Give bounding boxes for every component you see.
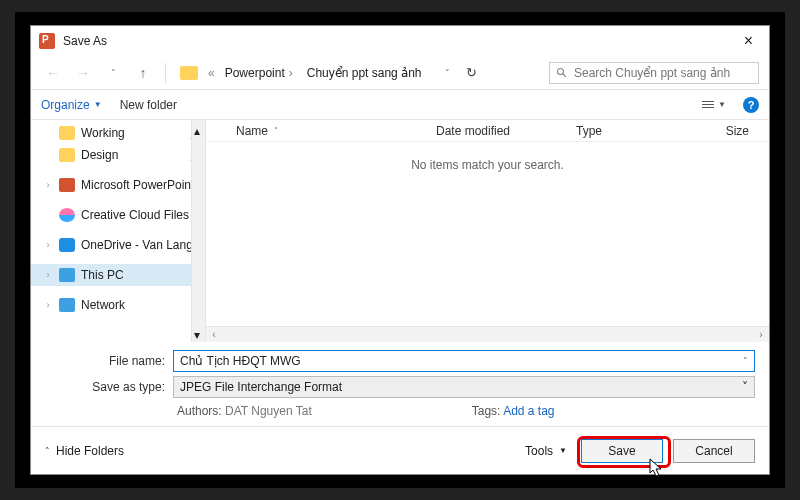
- tree-label: OneDrive - Van Lang: [81, 238, 193, 252]
- tree-label: Design: [81, 148, 118, 162]
- tags-label: Tags:: [472, 404, 501, 418]
- up-button[interactable]: ↑: [131, 65, 155, 81]
- folder-icon: [180, 66, 198, 80]
- savetype-label: Save as type:: [45, 380, 165, 394]
- breadcrumb-item[interactable]: Chuyển ppt sang ảnh: [303, 64, 426, 82]
- save-form: File name: Chủ Tịch HĐQT MWG ˅ Save as t…: [31, 342, 769, 426]
- breadcrumb-item[interactable]: Powerpoint›: [221, 64, 297, 82]
- folder-icon: [59, 126, 75, 140]
- filename-input[interactable]: Chủ Tịch HĐQT MWG ˅: [173, 350, 755, 372]
- network-icon: [59, 298, 75, 312]
- tree-label: Working: [81, 126, 125, 140]
- col-date[interactable]: Date modified: [436, 124, 576, 138]
- tools-menu[interactable]: Tools▼: [525, 444, 567, 458]
- sidebar-scrollbar[interactable]: ▴▾: [191, 120, 205, 342]
- tree-label: Creative Cloud Files: [81, 208, 189, 222]
- tags-value[interactable]: Add a tag: [503, 404, 554, 418]
- filename-label: File name:: [45, 354, 165, 368]
- recent-dropdown[interactable]: ˅: [101, 68, 125, 78]
- toolbar: Organize▼ New folder ▼ ?: [31, 90, 769, 120]
- crumb-sep-icon: «: [208, 66, 215, 80]
- tree-label: This PC: [81, 268, 124, 282]
- titlebar: Save As ×: [31, 26, 769, 56]
- tree-item[interactable]: ›Network: [31, 294, 205, 316]
- view-menu[interactable]: ▼: [697, 97, 731, 112]
- cancel-button[interactable]: Cancel: [673, 439, 755, 463]
- savetype-select[interactable]: JPEG File Interchange Format ˅: [173, 376, 755, 398]
- h-scrollbar[interactable]: ‹›: [206, 326, 769, 342]
- help-button[interactable]: ?: [743, 97, 759, 113]
- file-list-pane: Name˄ Date modified Type Size No items m…: [206, 120, 769, 342]
- tree-item[interactable]: Design📌: [31, 144, 205, 166]
- pc-icon: [59, 268, 75, 282]
- tree-item-this-pc[interactable]: ›This PC: [31, 264, 205, 286]
- col-type[interactable]: Type: [576, 124, 676, 138]
- breadcrumb-label: Powerpoint: [225, 66, 285, 80]
- empty-message: No items match your search.: [206, 142, 769, 326]
- close-button[interactable]: ×: [736, 30, 761, 52]
- filename-value: Chủ Tịch HĐQT MWG: [180, 354, 301, 368]
- refresh-button[interactable]: ↻: [466, 65, 477, 80]
- creative-cloud-icon: [59, 208, 75, 222]
- powerpoint-icon: [39, 33, 55, 49]
- list-view-icon: [702, 101, 714, 108]
- footer: ˄Hide Folders Tools▼ Save Cancel: [31, 426, 769, 474]
- folder-icon: [59, 148, 75, 162]
- dialog-title: Save As: [63, 34, 107, 48]
- savetype-value: JPEG File Interchange Format: [180, 380, 342, 394]
- svg-point-0: [558, 68, 564, 74]
- col-size[interactable]: Size: [676, 124, 769, 138]
- back-button[interactable]: ←: [41, 65, 65, 81]
- dropdown-caret-icon[interactable]: ˅: [743, 356, 748, 366]
- col-label: Name: [236, 124, 268, 138]
- search-placeholder: Search Chuyển ppt sang ảnh: [574, 66, 730, 80]
- tree-label: Microsoft PowerPoint: [81, 178, 194, 192]
- caret-down-icon: ▼: [94, 100, 102, 109]
- hide-folders-button[interactable]: ˄Hide Folders: [45, 444, 124, 458]
- hide-folders-label: Hide Folders: [56, 444, 124, 458]
- nav-row: ← → ˅ ↑ « Powerpoint› Chuyển ppt sang ản…: [31, 56, 769, 90]
- tree-item[interactable]: Creative Cloud Files: [31, 204, 205, 226]
- onedrive-icon: [59, 238, 75, 252]
- tree-item[interactable]: Working📌: [31, 122, 205, 144]
- tree-label: Network: [81, 298, 125, 312]
- search-input[interactable]: Search Chuyển ppt sang ảnh: [549, 62, 759, 84]
- tree-item[interactable]: ›OneDrive - Van Lang: [31, 234, 205, 256]
- svg-line-1: [563, 73, 566, 76]
- powerpoint-icon: [59, 178, 75, 192]
- save-as-dialog: Save As × ← → ˅ ↑ « Powerpoint› Chuyển p…: [30, 25, 770, 475]
- sort-caret-icon: ˄: [274, 126, 278, 135]
- dropdown-caret-icon[interactable]: ˅: [742, 380, 748, 394]
- tree-item[interactable]: ›Microsoft PowerPoint: [31, 174, 205, 196]
- caret-down-icon: ▼: [718, 100, 726, 109]
- tools-label: Tools: [525, 444, 553, 458]
- caret-down-icon: ▼: [559, 446, 567, 455]
- new-folder-button[interactable]: New folder: [120, 98, 177, 112]
- organize-menu[interactable]: Organize▼: [41, 98, 102, 112]
- search-icon: [556, 67, 568, 79]
- path-dropdown[interactable]: ˅: [445, 68, 450, 78]
- breadcrumb-label: Chuyển ppt sang ảnh: [307, 66, 422, 80]
- save-button[interactable]: Save: [581, 439, 663, 463]
- caret-up-icon: ˄: [45, 446, 50, 456]
- authors-value[interactable]: DAT Nguyen Tat: [225, 404, 312, 418]
- forward-button[interactable]: →: [71, 65, 95, 81]
- column-headers: Name˄ Date modified Type Size: [206, 120, 769, 142]
- col-name[interactable]: Name˄: [236, 124, 436, 138]
- authors-label: Authors:: [177, 404, 222, 418]
- nav-tree: Working📌 Design📌 ›Microsoft PowerPoint C…: [31, 120, 206, 342]
- organize-label: Organize: [41, 98, 90, 112]
